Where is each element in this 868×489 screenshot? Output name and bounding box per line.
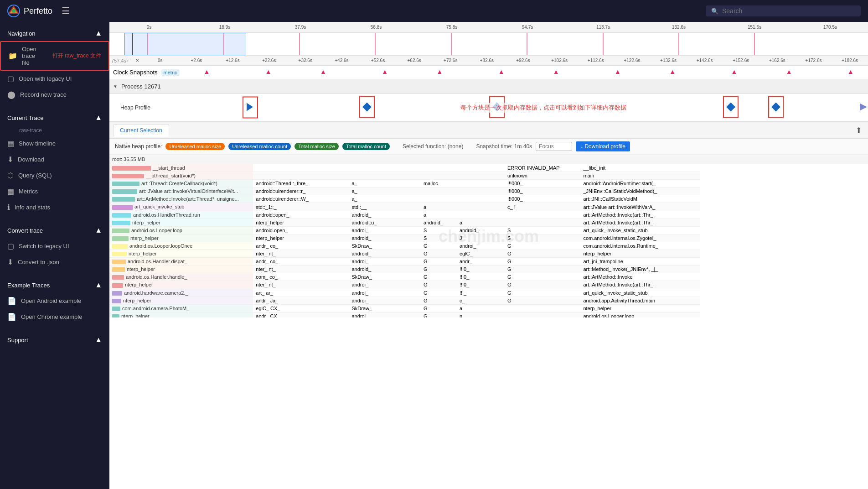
table-row[interactable]: nterp_helper nter_ nt_ androi_ G !!!0_ G… [109,281,868,289]
tick-9: 170.5s [792,25,868,30]
sec-tick-2: +12.6s [215,58,251,63]
nav-section-header[interactable]: Navigation ▲ [0,26,109,41]
sidebar-item-download[interactable]: ⬇ Download [0,151,109,167]
svg-marker-7 [860,103,867,110]
cell-domain: G [421,250,457,258]
focus-input[interactable] [536,142,572,151]
table-row[interactable]: com.android.camera.PhotoM_ eglC_ CX_ SkD… [109,304,868,312]
sidebar-item-show-timeline[interactable]: ▤ Show timeline [0,135,109,151]
table-row[interactable]: android.os.Handler.dispat_ andr_ co_ and… [109,258,868,265]
secondary-ruler: 757.4s+ ✕ 0s +2.6s +12.6s +22.6s +32.6s … [109,56,868,66]
cell-func: android.os.Handler.handle_ [109,273,253,281]
table-row[interactable]: android.hardware.camera2._ art_ ar_ andr… [109,289,868,297]
chip-unreleased-size[interactable]: Unreleased malloc size [165,143,225,150]
tab-current-selection[interactable]: Current Selection [113,124,169,137]
clock-snapshots-label: Clock Snapshots [113,69,158,76]
sidebar-item-android[interactable]: 📄 Open Android example [0,293,109,309]
heap-profile-row: Heap Profile [109,94,868,121]
table-row[interactable]: art_quick_invoke_stub std::_1::_ std::__… [109,203,868,211]
sec-tick-9: +82.6s [469,58,505,63]
marker-outline-5 [768,96,784,118]
sidebar-item-metrics[interactable]: ▦ Metrics [0,183,109,199]
tick-2: 37.9s [263,25,338,30]
sidebar-item-open-legacy[interactable]: ▢ Open with legacy UI [0,71,109,87]
metrics-label: Metrics [19,188,38,195]
marker-outline-1 [243,96,258,118]
convert-chevron: ▲ [95,226,102,234]
sidebar-item-record[interactable]: ⬤ Record new trace [0,87,109,103]
cell-extra: G [505,297,580,304]
table-row[interactable]: android.os.HandlerThread.run android::op… [109,211,868,218]
download-btn-label: ↓ Download profile [580,143,625,150]
cell-domain: G [421,297,457,304]
heap-marker-diamond-3[interactable] [725,101,736,114]
panel-pin-btn[interactable]: ⬆ [853,125,864,135]
table-row[interactable]: nterp_helper andr_ CX_ androi_ G n andro… [109,312,868,317]
folder-icon: 📁 [8,52,17,60]
cell-func: android.os.Handler.dispat_ [109,258,253,265]
cell-extra: S [505,234,580,242]
panel-tabs: Current Selection ⬆ [109,122,868,139]
heap-track[interactable]: 每个方块是一次抓取内存数据，点击可以看到如下详细内存数据 [219,94,868,121]
table-row[interactable]: art::Thread::CreateCallback(void*) andro… [109,180,868,187]
cell-src: SkDraw_ [349,242,421,250]
convert-header[interactable]: Convert trace ▲ [0,223,109,238]
cell-domain [421,164,457,172]
sidebar-item-open-trace[interactable]: 📁 Open trace file 打开 raw_trace 文件 [0,41,109,71]
sidebar-item-convert-json[interactable]: ⬇ Convert to .json [0,254,109,270]
heap-marker-diamond-2[interactable] [491,101,502,114]
trace-name: raw-trace [0,125,109,135]
heap-marker-diamond-4[interactable] [770,101,781,114]
heap-marker-arrow[interactable] [245,102,255,113]
table-row[interactable]: nterp_helper nterp_helper android::u_ an… [109,218,868,226]
current-trace-section: Current Trace ▲ raw-trace ▤ Show timelin… [0,106,109,219]
sidebar-item-query[interactable]: ⬡ Query (SQL) [0,167,109,183]
table-row[interactable]: android.os.Looper.loopOnce andr_ co_ SkD… [109,242,868,250]
table-row[interactable]: android.os.Handler.handle_ com_ co_ SkDr… [109,273,868,281]
sidebar-item-info[interactable]: ℹ Info and stats [0,199,109,215]
heap-marker-diamond-1[interactable] [362,101,372,114]
table-row[interactable]: __pthread_start(void*) unknown main [109,172,868,180]
close-secondary[interactable]: ✕ [133,58,142,63]
sidebar-item-switch-legacy[interactable]: ▢ Switch to legacy UI [0,238,109,254]
annotation-text: 每个方块是一次抓取内存数据，点击可以看到如下详细内存数据 [457,103,630,113]
snap-marker-10: ▲ [731,68,738,75]
cell-extra2: nterp_helper [580,304,700,312]
switch-legacy-label: Switch to legacy UI [19,243,69,250]
chip-total-size[interactable]: Total malloc size [294,143,339,150]
current-trace-header[interactable]: Current Trace ▲ [0,110,109,125]
examples-header[interactable]: Example Traces ▲ [0,277,109,293]
table-row[interactable]: art::JValue art::InvokeVirtualOrInterfac… [109,187,868,195]
cell-src: androi_ [349,289,421,297]
base-time: 757.4s+ [109,58,129,63]
sidebar-item-chrome[interactable]: 📄 Open Chrome example [0,309,109,325]
chip-unreleased-count[interactable]: Unreleased malloc count [228,143,291,150]
flamegraph-table[interactable]: root: 36.55 MB _ [109,155,868,317]
hamburger-icon[interactable]: ☰ [62,5,70,16]
table-row[interactable]: art::ArtMethod::Invoke(art::Thread*, uns… [109,195,868,203]
table-row[interactable]: android.os.Looper.loop android.open_ and… [109,226,868,234]
process-header[interactable]: ▼ Process 12671 [109,79,868,94]
cell-func: nterp_helper [109,281,253,289]
download-profile-btn[interactable]: ↓ Download profile [576,141,630,151]
support-label: Support [7,337,28,343]
table-row[interactable]: nterp_helper andr_ Ja_ androi_ G c_ G an… [109,297,868,304]
sec-tick-19: +182.6s [832,58,868,63]
chip-3-label: Total malloc count [346,144,386,149]
table-row[interactable]: nterp_helper nter_ nt_ android_ G eglC_ … [109,250,868,258]
table-row[interactable]: nterp_helper nterp_helper android_ S J S… [109,234,868,242]
cell-src: androi_ [349,312,421,317]
table-row[interactable]: nterp_helper nter_ nt_ android_ G !!!0_ … [109,265,868,273]
cell-func: art_quick_invoke_stub [109,203,253,211]
chip-total-count[interactable]: Total malloc count [342,143,390,150]
cell-flag [457,180,505,187]
chip-0-label: Unreleased malloc size [169,144,221,149]
search-input[interactable] [722,7,855,15]
viewport-indicator[interactable] [124,33,246,55]
cell-func: nterp_helper [109,265,253,273]
table-row[interactable]: __start_thread ERROR INVALID_MAP __libc_… [109,164,868,172]
heap-marker-arrow-right[interactable] [859,102,868,113]
android-icon: 📄 [7,297,16,305]
support-header[interactable]: Support ▲ [0,332,109,348]
cell-extra: ERROR INVALID_MAP [505,164,580,172]
